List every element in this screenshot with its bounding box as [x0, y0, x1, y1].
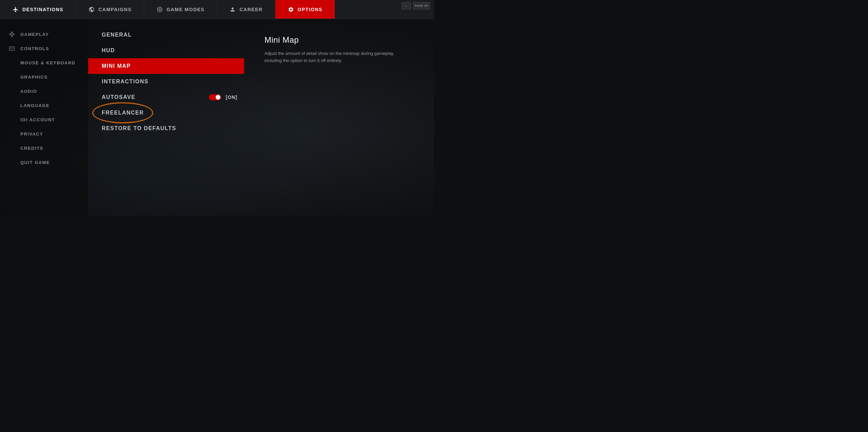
- nav-label-game-modes: GAME MODES: [166, 7, 204, 12]
- sidebar-label-language: LANGUAGE: [20, 103, 50, 108]
- top-nav: DESTINATIONS CAMPAIGNS GAME MODES CAREER…: [0, 0, 434, 19]
- nav-label-campaigns: CAMPAIGNS: [98, 7, 132, 12]
- nav-label-destinations: DESTINATIONS: [22, 7, 63, 12]
- sidebar-item-graphics[interactable]: GRAPHICS: [0, 70, 88, 84]
- freelancer-circle: [92, 102, 153, 123]
- menu-item-mini-map[interactable]: MINI MAP: [88, 58, 244, 74]
- lock-icon: [8, 130, 16, 138]
- monitor-icon: [8, 73, 16, 81]
- sidebar-item-credits[interactable]: CREDITS: [0, 141, 88, 155]
- plane-icon: [12, 6, 19, 13]
- target-icon: [156, 6, 163, 13]
- sidebar-item-ioi-account[interactable]: IOI ACCOUNT: [0, 112, 88, 127]
- account-icon: [8, 116, 16, 123]
- sidebar-item-mouse-keyboard[interactable]: MOUSE & KEYBOARD: [0, 56, 88, 70]
- menu-label-hud: HUD: [102, 47, 115, 54]
- menu-item-general[interactable]: GENERAL: [102, 27, 244, 43]
- menu-label-restore-defaults: RESTORE TO DEFAULTS: [102, 125, 176, 131]
- nav-item-campaigns[interactable]: CAMPAIGNS: [76, 0, 144, 19]
- menu-item-freelancer[interactable]: FREELANCER: [102, 105, 244, 121]
- info-description: Adjust the amount of detail show on the …: [264, 50, 400, 64]
- info-title: Mini Map: [264, 35, 414, 45]
- menu-item-interactions[interactable]: INTERACTIONS: [102, 74, 244, 89]
- middle-panel: GENERALHUDMINI MAPINTERACTIONS AUTOSAVE …: [88, 19, 244, 216]
- nav-item-game-modes[interactable]: GAME MODES: [144, 0, 217, 19]
- nav-item-career[interactable]: CAREER: [217, 0, 275, 19]
- menu-item-restore-defaults[interactable]: RESTORE TO DEFAULTS: [102, 121, 244, 136]
- nav-label-career: CAREER: [239, 7, 262, 12]
- list-icon: [8, 144, 16, 152]
- menu-item-autosave[interactable]: AUTOSAVE [ON]: [102, 89, 244, 105]
- sidebar-label-mouse-keyboard: MOUSE & KEYBOARD: [20, 60, 76, 65]
- freelancer-label: FREELANCER: [102, 110, 144, 116]
- menu-label-interactions: INTERACTIONS: [102, 79, 149, 85]
- main-content: GAMEPLAY CONTROLS MOUSE & KEYBOARD GRAPH…: [0, 19, 434, 216]
- exit-icon: [8, 159, 16, 166]
- page-up-button[interactable]: PAGE UP: [413, 2, 430, 9]
- autosave-toggle[interactable]: [209, 94, 221, 100]
- nav-item-destinations[interactable]: DESTINATIONS: [0, 0, 76, 19]
- sidebar-label-graphics: GRAPHICS: [20, 75, 48, 80]
- menu-label-general: GENERAL: [102, 32, 132, 38]
- sidebar-item-gameplay[interactable]: GAMEPLAY: [0, 27, 88, 41]
- keyboard-icon: [8, 59, 16, 66]
- sidebar-item-quit-game[interactable]: QUIT GAME: [0, 155, 88, 169]
- sidebar-label-privacy: PRIVACY: [20, 131, 43, 137]
- controls-icon: [8, 45, 16, 52]
- sidebar-label-audio: AUDIO: [20, 89, 37, 94]
- back-button[interactable]: ←: [401, 2, 411, 9]
- nav-label-options: OPTIONS: [298, 7, 323, 12]
- controller-icon: [8, 30, 16, 38]
- sidebar-label-gameplay: GAMEPLAY: [20, 32, 49, 37]
- page-nav-area: ← PAGE UP: [401, 2, 430, 9]
- nav-item-options[interactable]: OPTIONS: [275, 0, 335, 19]
- sidebar: GAMEPLAY CONTROLS MOUSE & KEYBOARD GRAPH…: [0, 19, 88, 216]
- gear-icon: [288, 6, 294, 13]
- sidebar-item-audio[interactable]: AUDIO: [0, 84, 88, 98]
- menu-label-autosave: AUTOSAVE: [102, 94, 135, 100]
- sidebar-label-quit-game: QUIT GAME: [20, 160, 50, 165]
- person-icon: [229, 6, 236, 13]
- globe-icon: [88, 6, 95, 13]
- sidebar-item-language[interactable]: LANGUAGE: [0, 98, 88, 112]
- menu-label-mini-map: MINI MAP: [102, 63, 131, 69]
- sidebar-label-credits: CREDITS: [20, 146, 43, 151]
- sidebar-label-controls: CONTROLS: [20, 46, 49, 51]
- toggle-area: [ON]: [209, 94, 237, 100]
- sidebar-label-ioi-account: IOI ACCOUNT: [20, 117, 55, 122]
- menu-item-hud[interactable]: HUD: [102, 43, 244, 58]
- info-panel: Mini Map Adjust the amount of detail sho…: [244, 19, 434, 216]
- flag-icon: [8, 102, 16, 109]
- speaker-icon: [8, 87, 16, 95]
- toggle-label: [ON]: [226, 95, 237, 100]
- sidebar-item-controls[interactable]: CONTROLS: [0, 41, 88, 56]
- sidebar-item-privacy[interactable]: PRIVACY: [0, 127, 88, 141]
